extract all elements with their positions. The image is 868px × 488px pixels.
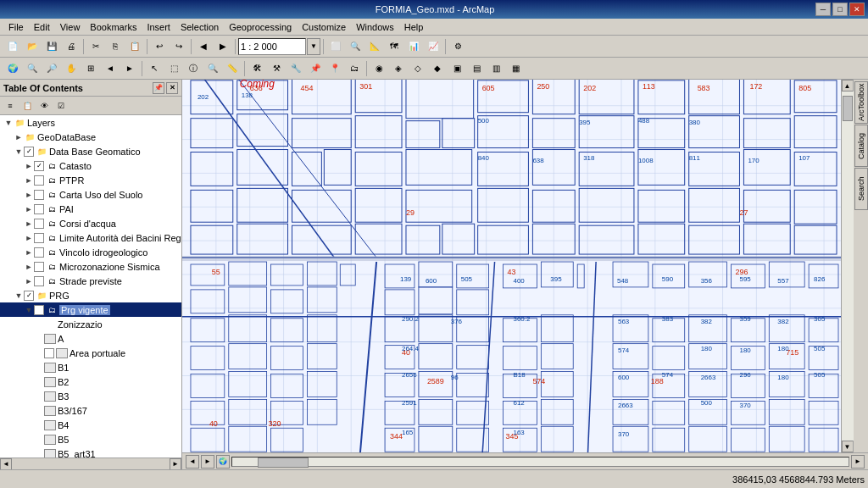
save-btn[interactable]: 💾 (42, 37, 61, 56)
toc-vis-btn[interactable]: 👁 (36, 98, 52, 114)
expand-icon-prg-vigente[interactable]: ▼ (24, 305, 34, 315)
tree-item-b5[interactable]: B5 (0, 432, 181, 446)
t2-id[interactable]: ⓘ (184, 59, 203, 78)
toc-scroll-left[interactable]: ◄ (0, 458, 12, 470)
toc-list-btn[interactable]: ≡ (3, 98, 18, 114)
tool6[interactable]: 📈 (424, 37, 442, 56)
tree-item-b5-art31[interactable]: B5_art31 (0, 446, 181, 458)
menu-file[interactable]: File (3, 21, 29, 33)
maximize-button[interactable]: □ (832, 3, 848, 16)
tree-item-zonizzazio[interactable]: Zonizzazio (0, 317, 181, 331)
tree-item-b1[interactable]: B1 (0, 360, 181, 374)
map-vscroll[interactable]: ▲ ▼ (841, 80, 853, 452)
expand-icon-corsi-acqua[interactable]: ► (24, 219, 34, 229)
t2-zoom-out[interactable]: 🔎 (42, 59, 61, 78)
t2-globe[interactable]: 🌍 (3, 59, 22, 78)
expand-icon-layers-root[interactable]: ▼ (3, 118, 14, 128)
t2-search[interactable]: 🔍 (203, 59, 222, 78)
expand-icon-carta-uso[interactable]: ► (24, 190, 34, 200)
menu-geoprocessing[interactable]: Geoprocessing (224, 21, 297, 33)
paste-btn[interactable]: 📋 (125, 37, 144, 56)
map-globe[interactable]: 🌍 (216, 455, 230, 469)
expand-icon-pai[interactable]: ► (24, 204, 34, 214)
menu-customize[interactable]: Customize (297, 21, 351, 33)
t2-extra2[interactable]: ◈ (389, 59, 408, 78)
toc-scroll-right[interactable]: ► (170, 458, 181, 470)
t2-extra4[interactable]: ◆ (428, 59, 447, 78)
t2-extra8[interactable]: ▦ (506, 59, 525, 78)
tree-item-catasto[interactable]: ►🗂Catasto (0, 158, 181, 173)
t2-tools2[interactable]: ⚒ (267, 59, 286, 78)
t2-select2[interactable]: ⬚ (164, 59, 183, 78)
tree-item-carta-uso[interactable]: ►🗂Carta Uso del Suolo (0, 187, 181, 202)
menu-selection[interactable]: Selection (175, 21, 224, 33)
vscroll-down[interactable]: ▼ (842, 441, 854, 452)
expand-icon-catasto[interactable]: ► (24, 161, 34, 171)
checkbox-corsi-acqua[interactable] (34, 219, 44, 229)
t2-pan[interactable]: ✋ (62, 59, 81, 78)
open-btn[interactable]: 📂 (23, 37, 42, 56)
menu-bookmarks[interactable]: Bookmarks (85, 21, 142, 33)
undo-btn[interactable]: ↩ (150, 37, 169, 56)
tree-item-layers-root[interactable]: ▼📁Layers (0, 115, 181, 130)
t2-tools[interactable]: 🛠 (248, 59, 266, 78)
toc-controls[interactable]: 📌 ✕ (153, 82, 178, 94)
tree-item-b2[interactable]: B2 (0, 374, 181, 389)
hscroll-right[interactable]: ► (851, 455, 865, 469)
tree-item-ptpr[interactable]: ►🗂PTPR (0, 173, 181, 187)
scale-input[interactable]: 1 : 2 000 (238, 38, 306, 55)
t2-fwd[interactable]: ► (120, 59, 139, 78)
checkbox-microzonazione[interactable] (34, 262, 44, 272)
catalog-btn[interactable]: Catalog (854, 125, 868, 167)
menu-help[interactable]: Help (399, 21, 429, 33)
tree-item-data-base[interactable]: ▼📁Data Base Geomatico (0, 144, 181, 158)
checkbox-limite-autorita[interactable] (34, 233, 44, 243)
menu-view[interactable]: View (55, 21, 86, 33)
tree-item-corsi-acqua[interactable]: ►🗂Corsi d'acqua (0, 216, 181, 230)
nav-fwd-btn[interactable]: ▶ (214, 37, 232, 56)
checkbox-catasto[interactable] (34, 161, 44, 171)
tool2[interactable]: 🔍 (346, 37, 364, 56)
toc-pin-btn[interactable]: 📌 (153, 82, 164, 94)
search-btn[interactable]: Search (854, 168, 868, 210)
tree-item-prg-vigente[interactable]: ▼🗂Prg vigente (0, 302, 181, 317)
map-hscroll[interactable] (231, 457, 849, 467)
t2-tools3[interactable]: 🔧 (287, 59, 305, 78)
t2-extra3[interactable]: ◇ (409, 59, 427, 78)
hscroll-thumb[interactable] (258, 458, 309, 468)
checkbox-strade-previste[interactable] (34, 276, 44, 286)
t2-extra7[interactable]: ▥ (487, 59, 505, 78)
tool3[interactable]: 📐 (365, 37, 384, 56)
t2-extra5[interactable]: ▣ (448, 59, 466, 78)
toc-close-btn[interactable]: ✕ (166, 82, 178, 94)
vscroll-thumb[interactable] (843, 96, 853, 121)
tree-item-geodatabase[interactable]: ►📁GeoDataBase (0, 130, 181, 144)
tree-item-vincolo-idro[interactable]: ►🗂Vincolo idrogeologico (0, 245, 181, 259)
t2-measure[interactable]: 📏 (223, 59, 242, 78)
tree-item-b3[interactable]: B3 (0, 389, 181, 403)
tree-item-b4[interactable]: B4 (0, 418, 181, 432)
expand-icon-ptpr[interactable]: ► (24, 175, 34, 186)
arctoolbox-btn[interactable]: ArcToolbox (854, 81, 868, 124)
t2-back[interactable]: ◄ (101, 59, 120, 78)
minimize-button[interactable]: ─ (815, 3, 831, 16)
expand-icon-microzonazione[interactable]: ► (24, 262, 34, 272)
window-controls[interactable]: ─ □ ✕ (815, 3, 865, 16)
redo-btn[interactable]: ↪ (170, 37, 188, 56)
toc-hscroll[interactable]: ◄ ► (0, 458, 181, 469)
tool4[interactable]: 🗺 (385, 37, 403, 56)
expand-icon-data-base[interactable]: ▼ (14, 147, 24, 157)
tree-item-limite-autorita[interactable]: ►🗂Limite Autorità dei Bacini Regional (0, 230, 181, 245)
map-area[interactable]: 605250 202113 583172 80529 27454 301636 … (182, 80, 841, 452)
tool1[interactable]: ⬜ (326, 37, 345, 56)
expand-icon-prg[interactable]: ▼ (14, 291, 24, 301)
checkbox-ptpr[interactable] (34, 175, 44, 186)
toc-sel-btn[interactable]: ☑ (53, 98, 69, 114)
tree-item-a[interactable]: A (0, 331, 181, 346)
expand-icon-vincolo-idro[interactable]: ► (24, 247, 34, 258)
expand-icon-limite-autorita[interactable]: ► (24, 233, 34, 243)
t2-extent[interactable]: ⊞ (81, 59, 100, 78)
tree-item-b3-167[interactable]: B3/167 (0, 403, 181, 418)
menu-windows[interactable]: Windows (351, 21, 399, 33)
t2-tools4[interactable]: 📌 (306, 59, 325, 78)
